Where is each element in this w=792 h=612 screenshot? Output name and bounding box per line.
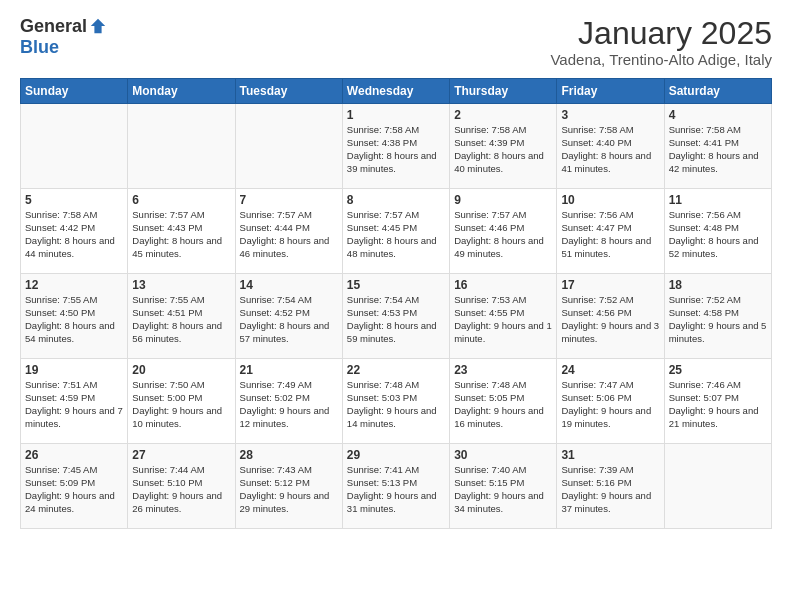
- title-block: January 2025 Vadena, Trentino-Alto Adige…: [550, 16, 772, 68]
- calendar-cell: [21, 104, 128, 189]
- day-number: 13: [132, 278, 230, 292]
- day-info: Sunrise: 7:43 AM Sunset: 5:12 PM Dayligh…: [240, 464, 338, 515]
- calendar-cell: 31Sunrise: 7:39 AM Sunset: 5:16 PM Dayli…: [557, 444, 664, 529]
- calendar-cell: 20Sunrise: 7:50 AM Sunset: 5:00 PM Dayli…: [128, 359, 235, 444]
- day-number: 27: [132, 448, 230, 462]
- day-info: Sunrise: 7:52 AM Sunset: 4:56 PM Dayligh…: [561, 294, 659, 345]
- day-info: Sunrise: 7:58 AM Sunset: 4:42 PM Dayligh…: [25, 209, 123, 260]
- weekday-header-tuesday: Tuesday: [235, 79, 342, 104]
- week-row-4: 19Sunrise: 7:51 AM Sunset: 4:59 PM Dayli…: [21, 359, 772, 444]
- day-number: 23: [454, 363, 552, 377]
- week-row-1: 1Sunrise: 7:58 AM Sunset: 4:38 PM Daylig…: [21, 104, 772, 189]
- calendar-cell: 28Sunrise: 7:43 AM Sunset: 5:12 PM Dayli…: [235, 444, 342, 529]
- calendar-cell: 11Sunrise: 7:56 AM Sunset: 4:48 PM Dayli…: [664, 189, 771, 274]
- calendar-cell: 25Sunrise: 7:46 AM Sunset: 5:07 PM Dayli…: [664, 359, 771, 444]
- day-number: 11: [669, 193, 767, 207]
- calendar-cell: [128, 104, 235, 189]
- week-row-2: 5Sunrise: 7:58 AM Sunset: 4:42 PM Daylig…: [21, 189, 772, 274]
- calendar-cell: 13Sunrise: 7:55 AM Sunset: 4:51 PM Dayli…: [128, 274, 235, 359]
- calendar-cell: 21Sunrise: 7:49 AM Sunset: 5:02 PM Dayli…: [235, 359, 342, 444]
- day-number: 24: [561, 363, 659, 377]
- weekday-header-wednesday: Wednesday: [342, 79, 449, 104]
- day-number: 12: [25, 278, 123, 292]
- calendar-cell: 29Sunrise: 7:41 AM Sunset: 5:13 PM Dayli…: [342, 444, 449, 529]
- day-info: Sunrise: 7:58 AM Sunset: 4:39 PM Dayligh…: [454, 124, 552, 175]
- calendar-cell: 3Sunrise: 7:58 AM Sunset: 4:40 PM Daylig…: [557, 104, 664, 189]
- day-info: Sunrise: 7:58 AM Sunset: 4:41 PM Dayligh…: [669, 124, 767, 175]
- day-info: Sunrise: 7:58 AM Sunset: 4:38 PM Dayligh…: [347, 124, 445, 175]
- day-info: Sunrise: 7:49 AM Sunset: 5:02 PM Dayligh…: [240, 379, 338, 430]
- day-info: Sunrise: 7:48 AM Sunset: 5:03 PM Dayligh…: [347, 379, 445, 430]
- day-info: Sunrise: 7:41 AM Sunset: 5:13 PM Dayligh…: [347, 464, 445, 515]
- calendar-cell: 12Sunrise: 7:55 AM Sunset: 4:50 PM Dayli…: [21, 274, 128, 359]
- calendar-cell: 9Sunrise: 7:57 AM Sunset: 4:46 PM Daylig…: [450, 189, 557, 274]
- day-info: Sunrise: 7:50 AM Sunset: 5:00 PM Dayligh…: [132, 379, 230, 430]
- day-info: Sunrise: 7:40 AM Sunset: 5:15 PM Dayligh…: [454, 464, 552, 515]
- logo-blue-text: Blue: [20, 37, 59, 58]
- day-number: 7: [240, 193, 338, 207]
- day-number: 4: [669, 108, 767, 122]
- day-info: Sunrise: 7:39 AM Sunset: 5:16 PM Dayligh…: [561, 464, 659, 515]
- day-info: Sunrise: 7:51 AM Sunset: 4:59 PM Dayligh…: [25, 379, 123, 430]
- calendar-cell: [235, 104, 342, 189]
- calendar-cell: 5Sunrise: 7:58 AM Sunset: 4:42 PM Daylig…: [21, 189, 128, 274]
- day-number: 8: [347, 193, 445, 207]
- day-number: 6: [132, 193, 230, 207]
- day-number: 2: [454, 108, 552, 122]
- header: General Blue January 2025 Vadena, Trenti…: [20, 16, 772, 68]
- day-info: Sunrise: 7:57 AM Sunset: 4:45 PM Dayligh…: [347, 209, 445, 260]
- weekday-header-sunday: Sunday: [21, 79, 128, 104]
- logo: General Blue: [20, 16, 107, 58]
- calendar-cell: [664, 444, 771, 529]
- day-info: Sunrise: 7:44 AM Sunset: 5:10 PM Dayligh…: [132, 464, 230, 515]
- calendar-cell: 22Sunrise: 7:48 AM Sunset: 5:03 PM Dayli…: [342, 359, 449, 444]
- day-number: 5: [25, 193, 123, 207]
- calendar-cell: 8Sunrise: 7:57 AM Sunset: 4:45 PM Daylig…: [342, 189, 449, 274]
- calendar-cell: 17Sunrise: 7:52 AM Sunset: 4:56 PM Dayli…: [557, 274, 664, 359]
- day-info: Sunrise: 7:55 AM Sunset: 4:51 PM Dayligh…: [132, 294, 230, 345]
- calendar-cell: 16Sunrise: 7:53 AM Sunset: 4:55 PM Dayli…: [450, 274, 557, 359]
- calendar-cell: 10Sunrise: 7:56 AM Sunset: 4:47 PM Dayli…: [557, 189, 664, 274]
- month-title: January 2025: [550, 16, 772, 51]
- day-number: 18: [669, 278, 767, 292]
- calendar-cell: 4Sunrise: 7:58 AM Sunset: 4:41 PM Daylig…: [664, 104, 771, 189]
- day-number: 3: [561, 108, 659, 122]
- day-number: 28: [240, 448, 338, 462]
- weekday-header-thursday: Thursday: [450, 79, 557, 104]
- day-number: 14: [240, 278, 338, 292]
- calendar-cell: 26Sunrise: 7:45 AM Sunset: 5:09 PM Dayli…: [21, 444, 128, 529]
- logo-icon: [89, 17, 107, 35]
- day-info: Sunrise: 7:53 AM Sunset: 4:55 PM Dayligh…: [454, 294, 552, 345]
- day-number: 25: [669, 363, 767, 377]
- page: General Blue January 2025 Vadena, Trenti…: [0, 0, 792, 545]
- day-number: 15: [347, 278, 445, 292]
- weekday-header-monday: Monday: [128, 79, 235, 104]
- day-number: 16: [454, 278, 552, 292]
- day-info: Sunrise: 7:47 AM Sunset: 5:06 PM Dayligh…: [561, 379, 659, 430]
- location-title: Vadena, Trentino-Alto Adige, Italy: [550, 51, 772, 68]
- calendar-cell: 15Sunrise: 7:54 AM Sunset: 4:53 PM Dayli…: [342, 274, 449, 359]
- day-number: 17: [561, 278, 659, 292]
- day-number: 10: [561, 193, 659, 207]
- calendar-cell: 2Sunrise: 7:58 AM Sunset: 4:39 PM Daylig…: [450, 104, 557, 189]
- day-info: Sunrise: 7:56 AM Sunset: 4:48 PM Dayligh…: [669, 209, 767, 260]
- calendar-cell: 30Sunrise: 7:40 AM Sunset: 5:15 PM Dayli…: [450, 444, 557, 529]
- calendar-cell: 23Sunrise: 7:48 AM Sunset: 5:05 PM Dayli…: [450, 359, 557, 444]
- day-number: 29: [347, 448, 445, 462]
- day-info: Sunrise: 7:57 AM Sunset: 4:43 PM Dayligh…: [132, 209, 230, 260]
- week-row-5: 26Sunrise: 7:45 AM Sunset: 5:09 PM Dayli…: [21, 444, 772, 529]
- day-info: Sunrise: 7:54 AM Sunset: 4:53 PM Dayligh…: [347, 294, 445, 345]
- calendar-cell: 24Sunrise: 7:47 AM Sunset: 5:06 PM Dayli…: [557, 359, 664, 444]
- calendar-cell: 1Sunrise: 7:58 AM Sunset: 4:38 PM Daylig…: [342, 104, 449, 189]
- day-info: Sunrise: 7:46 AM Sunset: 5:07 PM Dayligh…: [669, 379, 767, 430]
- weekday-header-row: SundayMondayTuesdayWednesdayThursdayFrid…: [21, 79, 772, 104]
- calendar-cell: 27Sunrise: 7:44 AM Sunset: 5:10 PM Dayli…: [128, 444, 235, 529]
- calendar-cell: 14Sunrise: 7:54 AM Sunset: 4:52 PM Dayli…: [235, 274, 342, 359]
- day-number: 26: [25, 448, 123, 462]
- day-info: Sunrise: 7:57 AM Sunset: 4:44 PM Dayligh…: [240, 209, 338, 260]
- day-info: Sunrise: 7:48 AM Sunset: 5:05 PM Dayligh…: [454, 379, 552, 430]
- day-info: Sunrise: 7:45 AM Sunset: 5:09 PM Dayligh…: [25, 464, 123, 515]
- day-number: 21: [240, 363, 338, 377]
- day-number: 22: [347, 363, 445, 377]
- calendar-cell: 19Sunrise: 7:51 AM Sunset: 4:59 PM Dayli…: [21, 359, 128, 444]
